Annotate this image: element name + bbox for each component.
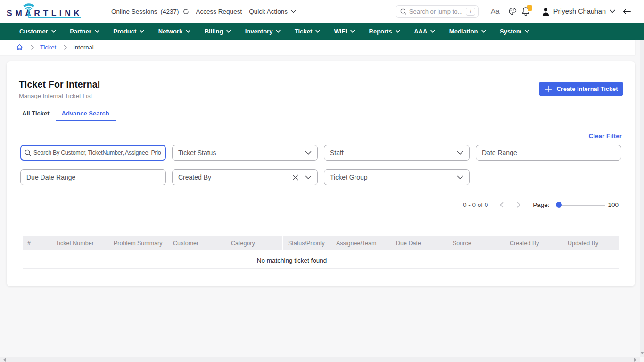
slider-track xyxy=(556,205,605,206)
chevron-down-icon xyxy=(95,30,99,33)
chevron-down-icon xyxy=(186,30,190,33)
access-request-link[interactable]: Access Request xyxy=(196,8,242,15)
nav-item-reports[interactable]: Reports xyxy=(369,28,400,35)
clear-filter-link[interactable]: Clear Filter xyxy=(588,132,622,140)
filter-date-range-input[interactable]: Date Range xyxy=(476,145,621,161)
chevron-down-icon xyxy=(430,30,435,33)
col-source[interactable]: Source xyxy=(448,236,505,250)
nav-item-wifi[interactable]: WiFi xyxy=(334,28,355,35)
tabs: All Ticket Advance Search xyxy=(16,110,626,121)
search-icon xyxy=(25,149,31,156)
clear-filter-row: Clear Filter xyxy=(7,132,622,140)
notifications-button[interactable] xyxy=(521,7,530,16)
nav-item-ticket[interactable]: Ticket xyxy=(295,28,320,35)
filter-ticket-status-select[interactable]: Ticket Status xyxy=(172,145,318,161)
nav-item-billing[interactable]: Billing xyxy=(205,28,231,35)
content-area: Ticket Internal Ticket For Internal Mana… xyxy=(0,40,635,357)
chevron-down-icon xyxy=(525,30,529,33)
user-menu[interactable]: Priyesh Chauhan xyxy=(542,7,615,16)
col-category[interactable]: Category xyxy=(226,236,283,250)
col-created-by[interactable]: Created By xyxy=(505,236,563,250)
nav-item-aaa[interactable]: AAA xyxy=(414,28,435,35)
user-name: Priyesh Chauhan xyxy=(553,8,606,15)
col-status-priority[interactable]: Status/Priority xyxy=(283,236,331,250)
col-due-date[interactable]: Due Date xyxy=(391,236,448,250)
quick-actions-menu[interactable]: Quick Actions xyxy=(249,8,296,15)
theme-palette-button[interactable] xyxy=(508,7,517,16)
main-card: Ticket For Internal Manage Internal Tick… xyxy=(7,61,635,286)
chevron-down-icon xyxy=(291,10,296,13)
nav-item-customer[interactable]: Customer xyxy=(19,28,56,35)
nav-item-product[interactable]: Product xyxy=(113,28,144,35)
chevron-down-icon xyxy=(305,175,312,180)
online-sessions[interactable]: Online Sessions (4237) xyxy=(111,8,189,15)
chevron-down-icon xyxy=(315,30,320,33)
palette-icon xyxy=(508,7,517,16)
field-icons xyxy=(457,151,463,155)
online-sessions-label: Online Sessions xyxy=(111,8,157,15)
nav-item-inventory[interactable]: Inventory xyxy=(245,28,281,35)
chevron-down-icon xyxy=(140,30,144,33)
col-assignee-team[interactable]: Assignee/Team xyxy=(331,236,391,250)
create-internal-ticket-button[interactable]: Create Internal Ticket xyxy=(539,82,623,96)
home-icon[interactable] xyxy=(16,44,23,51)
pagination: 0 - 0 of 0 Page: 100 xyxy=(7,201,635,209)
main-nav: Customer Partner Product Network Billing… xyxy=(0,23,644,40)
nav-item-mediation[interactable]: Mediation xyxy=(449,28,486,35)
nav-item-network[interactable]: Network xyxy=(158,28,190,35)
pagination-next-button[interactable] xyxy=(517,202,521,208)
clear-x-icon[interactable] xyxy=(292,174,298,181)
page-title: Ticket For Internal xyxy=(19,79,623,90)
filter-staff-select[interactable]: Staff xyxy=(324,145,470,161)
breadcrumb-separator xyxy=(64,45,67,50)
refresh-icon[interactable] xyxy=(183,8,189,15)
wifi-icon xyxy=(24,5,34,7)
search-icon xyxy=(400,8,406,15)
breadcrumb: Ticket Internal xyxy=(0,40,635,55)
user-avatar-icon xyxy=(542,7,550,16)
filters: Ticket Status Staff Date Range Due Date … xyxy=(20,145,635,185)
global-search[interactable]: / xyxy=(396,5,479,18)
pagination-prev-button[interactable] xyxy=(499,202,504,208)
filter-ticket-group-select[interactable]: Ticket Group xyxy=(324,169,470,185)
back-arrow-button[interactable] xyxy=(623,8,631,15)
scroll-down-arrow-icon[interactable] xyxy=(640,352,644,356)
col-ticket-number[interactable]: Ticket Number xyxy=(51,236,109,250)
chevron-right-icon xyxy=(517,202,521,208)
breadcrumb-link-ticket[interactable]: Ticket xyxy=(40,44,56,51)
chevron-down-icon xyxy=(396,30,400,33)
chevron-down-icon xyxy=(226,30,231,33)
col-updated-by[interactable]: Updated By xyxy=(563,236,619,250)
global-search-input[interactable] xyxy=(409,8,463,15)
chevron-down-icon xyxy=(481,30,486,33)
col-index[interactable]: # xyxy=(23,236,51,250)
filter-search-input[interactable] xyxy=(33,149,162,156)
tab-all-ticket[interactable]: All Ticket xyxy=(16,110,56,121)
col-customer[interactable]: Customer xyxy=(168,236,226,250)
horizontal-scrollbar[interactable] xyxy=(0,357,640,362)
card-head: Ticket For Internal Manage Internal Tick… xyxy=(7,61,635,99)
smartlink-logo[interactable]: SMARTLINK xyxy=(7,2,82,21)
field-icons xyxy=(292,174,312,181)
filter-search-field[interactable] xyxy=(20,145,166,161)
scroll-right-arrow-icon[interactable] xyxy=(634,358,638,362)
page-size-value: 100 xyxy=(608,201,619,208)
page-size-slider[interactable] xyxy=(556,202,605,208)
nav-item-system[interactable]: System xyxy=(500,28,529,35)
ticket-table: # Ticket Number Problem Summary Customer… xyxy=(23,236,619,269)
chevron-down-icon xyxy=(610,9,615,13)
tickets-table: # Ticket Number Problem Summary Customer… xyxy=(23,236,619,269)
page-size-label: Page: xyxy=(533,201,549,208)
tab-advance-search[interactable]: Advance Search xyxy=(56,110,116,121)
filter-created-by-select[interactable]: Created By xyxy=(172,169,318,185)
scroll-left-arrow-icon[interactable] xyxy=(1,358,6,362)
vertical-scrollbar[interactable] xyxy=(640,40,644,357)
breadcrumb-current: Internal xyxy=(73,44,93,51)
font-size-toggle[interactable]: Aa xyxy=(491,7,500,16)
empty-message: No matching ticket found xyxy=(0,257,590,264)
col-problem-summary[interactable]: Problem Summary xyxy=(109,236,168,250)
nav-item-partner[interactable]: Partner xyxy=(70,28,99,35)
slider-thumb[interactable] xyxy=(556,202,562,208)
filter-due-date-range-input[interactable]: Due Date Range xyxy=(20,169,166,185)
header-right: / Aa Priyesh Chauhan xyxy=(396,5,644,18)
